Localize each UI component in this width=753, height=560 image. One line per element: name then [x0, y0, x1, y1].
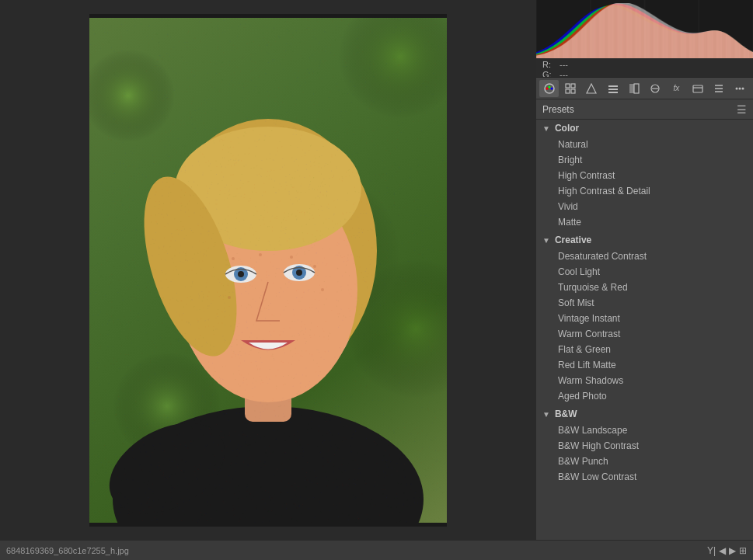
svg-point-22 [739, 87, 741, 89]
svg-rect-5 [571, 84, 575, 88]
more-tool-icon [734, 83, 745, 94]
group-label: B&W [555, 409, 577, 419]
svg-rect-4 [566, 84, 570, 88]
svg-point-2 [548, 85, 550, 88]
rgb-values: R: --- G: --- B: --- [536, 58, 753, 78]
grid-tool-icon [565, 83, 576, 94]
more-tool-button[interactable] [730, 80, 750, 97]
group-arrow: ▼ [542, 124, 550, 133]
svg-rect-13 [634, 84, 639, 93]
grid-view-button[interactable]: ⊞ [739, 545, 747, 556]
right-panel: R: --- G: --- B: --- [535, 0, 753, 540]
preset-item-b-w-punch[interactable]: B&W Punch [536, 454, 753, 469]
y-button[interactable]: Y| [707, 545, 716, 556]
detail-tool-icon [650, 83, 661, 94]
main-container: R: --- G: --- B: --- [0, 0, 753, 540]
preset-item-soft-mist[interactable]: Soft Mist [536, 295, 753, 311]
preset-item-warm-shadows[interactable]: Warm Shadows [536, 373, 753, 388]
presets-list[interactable]: ▼ColorNaturalBrightHigh ContrastHigh Con… [536, 120, 753, 540]
preset-item-high-contrast[interactable]: High Contrast [536, 168, 753, 183]
image-wrapper [89, 14, 447, 527]
svg-point-21 [736, 87, 738, 89]
camera-tool-button[interactable] [688, 80, 707, 97]
photo-canvas [89, 18, 447, 523]
g-row: G: --- [542, 70, 747, 78]
group-arrow: ▼ [542, 410, 550, 419]
preset-group-b-w: ▼B&WB&W LandscapeB&W High ContrastB&W Pu… [536, 405, 753, 485]
preset-item-b-w-landscape[interactable]: B&W Landscape [536, 423, 753, 438]
preset-item-natural[interactable]: Natural [536, 137, 753, 152]
svg-point-3 [550, 87, 553, 89]
group-label: Color [555, 123, 579, 134]
r-label: R: [542, 60, 553, 69]
fx-tool-button[interactable]: fx [667, 80, 686, 97]
prev-button[interactable]: ◀ [719, 545, 726, 556]
svg-point-1 [546, 87, 548, 89]
status-right: Y| ◀ ▶ ⊞ [707, 545, 747, 556]
split-tool-icon [629, 83, 640, 94]
r-val: --- [560, 60, 568, 69]
svg-marker-8 [587, 84, 596, 93]
histogram-tool-button[interactable] [539, 80, 559, 97]
fx-text: fx [674, 84, 680, 92]
preset-item-red-lift-matte[interactable]: Red Lift Matte [536, 357, 753, 373]
preset-group-creative: ▼CreativeDesaturated ContrastCool LightT… [536, 231, 753, 404]
grid-tool-button[interactable] [560, 80, 580, 97]
status-bar: 6848169369_680c1e7255_h.jpg Y| ◀ ▶ ⊞ [0, 540, 753, 560]
split-tool-button[interactable] [624, 80, 643, 97]
triangle-tool-button[interactable] [582, 80, 601, 97]
image-panel [0, 0, 535, 540]
histogram-tool-icon [544, 83, 555, 94]
preset-item-aged-photo[interactable]: Aged Photo [536, 388, 753, 404]
preset-group-header-color[interactable]: ▼Color [536, 120, 753, 137]
svg-rect-7 [571, 89, 575, 93]
preset-group-color: ▼ColorNaturalBrightHigh ContrastHigh Con… [536, 120, 753, 230]
svg-rect-9 [608, 85, 618, 87]
camera-tool-icon [692, 83, 703, 94]
preset-item-matte[interactable]: Matte [536, 214, 753, 230]
g-val: --- [560, 70, 568, 78]
svg-rect-12 [629, 84, 634, 93]
presets-title: Presets [542, 104, 574, 115]
status-left: 6848169369_680c1e7255_h.jpg [6, 546, 129, 555]
preset-item-cool-light[interactable]: Cool Light [536, 264, 753, 280]
basic-tool-button[interactable] [709, 80, 728, 97]
preset-item-high-contrast---detail[interactable]: High Contrast & Detail [536, 183, 753, 199]
preset-item-vintage-instant[interactable]: Vintage Instant [536, 311, 753, 326]
g-label: G: [542, 70, 553, 78]
group-label: Creative [555, 235, 591, 245]
basic-tool-icon [713, 83, 724, 94]
svg-rect-10 [608, 89, 618, 90]
histogram-canvas [536, 0, 753, 58]
r-row: R: --- [542, 60, 747, 69]
presets-header: Presets ☰ [536, 99, 753, 120]
next-button[interactable]: ▶ [729, 545, 736, 556]
svg-rect-16 [693, 85, 702, 92]
preset-item-vivid[interactable]: Vivid [536, 199, 753, 214]
svg-rect-6 [566, 89, 570, 93]
sliders-tool-button[interactable] [603, 80, 622, 97]
preset-item-desaturated-contrast[interactable]: Desaturated Contrast [536, 249, 753, 264]
preset-group-header-b-w[interactable]: ▼B&W [536, 405, 753, 423]
preset-item-warm-contrast[interactable]: Warm Contrast [536, 326, 753, 342]
svg-rect-11 [608, 92, 618, 93]
preset-group-header-creative[interactable]: ▼Creative [536, 231, 753, 249]
preset-item-turquoise---red[interactable]: Turquoise & Red [536, 280, 753, 295]
sliders-tool-icon [608, 83, 619, 94]
triangle-tool-icon [586, 83, 597, 94]
preset-item-b-w-low-contrast[interactable]: B&W Low Contrast [536, 469, 753, 485]
preset-item-bright[interactable]: Bright [536, 152, 753, 168]
toolbar: fx [536, 78, 753, 99]
histogram-area: R: --- G: --- B: --- [536, 0, 753, 78]
preset-item-flat---green[interactable]: Flat & Green [536, 342, 753, 357]
group-arrow: ▼ [542, 236, 550, 245]
detail-tool-button[interactable] [645, 80, 664, 97]
svg-point-23 [742, 87, 744, 89]
preset-item-b-w-high-contrast[interactable]: B&W High Contrast [536, 438, 753, 454]
filename-label: 6848169369_680c1e7255_h.jpg [6, 546, 129, 555]
presets-menu-icon[interactable]: ☰ [737, 103, 747, 116]
